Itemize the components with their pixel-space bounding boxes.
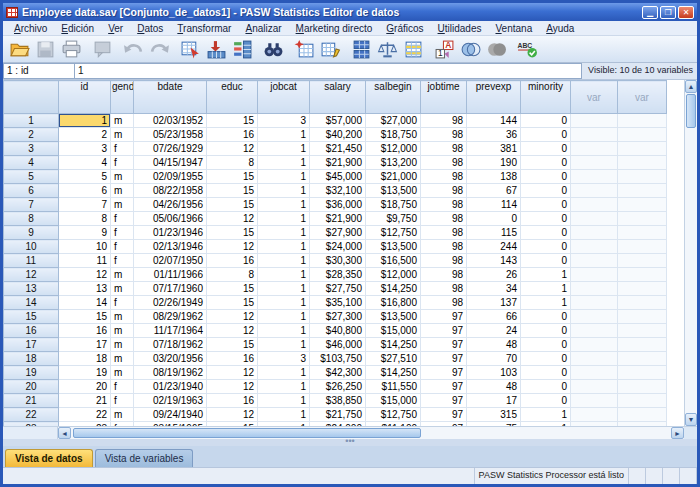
cell[interactable]: 97 xyxy=(421,380,467,394)
cell[interactable]: $46,000 xyxy=(310,338,366,352)
cell[interactable]: 98 xyxy=(421,142,467,156)
column-header-bdate[interactable]: bdate xyxy=(134,81,207,114)
cell[interactable] xyxy=(618,128,667,142)
cell[interactable]: $35,100 xyxy=(310,296,366,310)
weight-cases-icon[interactable] xyxy=(375,37,400,61)
cell[interactable]: 97 xyxy=(421,366,467,380)
cell[interactable]: f xyxy=(111,142,134,156)
menu-utilidades[interactable]: Utilidades xyxy=(431,23,489,34)
cell[interactable]: 1 xyxy=(258,156,310,170)
cell[interactable]: 1 xyxy=(521,268,571,282)
cell[interactable]: $36,000 xyxy=(310,198,366,212)
cell[interactable]: f xyxy=(111,296,134,310)
cell[interactable]: 01/11/1966 xyxy=(134,268,207,282)
cell[interactable]: 1 xyxy=(258,394,310,408)
cell[interactable]: $18,750 xyxy=(366,198,421,212)
cell[interactable] xyxy=(618,170,667,184)
cell[interactable]: 1 xyxy=(258,282,310,296)
cell[interactable]: $21,450 xyxy=(310,142,366,156)
cell[interactable]: 1 xyxy=(258,128,310,142)
cell[interactable]: $13,200 xyxy=(366,156,421,170)
cell[interactable]: $12,750 xyxy=(366,408,421,422)
maximize-button[interactable]: ❒ xyxy=(660,6,676,19)
cell[interactable]: 18 xyxy=(59,352,111,366)
row-header[interactable]: 1 xyxy=(4,114,59,128)
cell[interactable] xyxy=(618,156,667,170)
cell[interactable] xyxy=(618,114,667,128)
row-header[interactable]: 21 xyxy=(4,394,59,408)
cell[interactable] xyxy=(618,282,667,296)
column-header-var2[interactable]: var xyxy=(618,81,667,114)
cell[interactable]: 21 xyxy=(59,394,111,408)
cell[interactable]: 48 xyxy=(467,380,521,394)
cell[interactable]: 0 xyxy=(467,212,521,226)
cell[interactable]: 0 xyxy=(521,198,571,212)
cell[interactable] xyxy=(571,268,618,282)
cell[interactable]: 02/03/1952 xyxy=(134,114,207,128)
cell[interactable]: f xyxy=(111,240,134,254)
cell[interactable]: 3 xyxy=(258,114,310,128)
cell[interactable] xyxy=(618,380,667,394)
cell[interactable] xyxy=(618,212,667,226)
open-file-icon[interactable] xyxy=(7,37,32,61)
cell[interactable]: 1 xyxy=(258,226,310,240)
cell[interactable]: 97 xyxy=(421,408,467,422)
cell[interactable]: 4 xyxy=(59,156,111,170)
cell[interactable]: 04/15/1947 xyxy=(134,156,207,170)
row-header[interactable]: 2 xyxy=(4,128,59,142)
cell[interactable]: $103,750 xyxy=(310,352,366,366)
cell[interactable]: $9,750 xyxy=(366,212,421,226)
horizontal-scroll-thumb[interactable] xyxy=(73,428,421,438)
row-header[interactable]: 6 xyxy=(4,184,59,198)
horizontal-scroll-track[interactable] xyxy=(71,427,671,439)
cell[interactable]: 15 xyxy=(207,184,258,198)
scroll-right-button[interactable]: ► xyxy=(671,427,684,439)
cell[interactable]: 15 xyxy=(207,198,258,212)
cell[interactable]: f xyxy=(111,394,134,408)
column-header-prevexp[interactable]: prevexp xyxy=(467,81,521,114)
cell[interactable]: 1 xyxy=(258,324,310,338)
insert-cases-icon[interactable] xyxy=(292,37,317,61)
cell[interactable]: $12,000 xyxy=(366,268,421,282)
cell[interactable]: $42,300 xyxy=(310,366,366,380)
cell[interactable] xyxy=(618,142,667,156)
cell[interactable]: 17 xyxy=(59,338,111,352)
cell[interactable] xyxy=(571,366,618,380)
find-icon[interactable] xyxy=(261,37,286,61)
cell[interactable]: 14 xyxy=(59,296,111,310)
cell[interactable]: 16 xyxy=(207,394,258,408)
horizontal-scrollbar[interactable]: ◄ ► xyxy=(3,426,697,439)
cell[interactable]: 08/29/1962 xyxy=(134,310,207,324)
cell[interactable]: 98 xyxy=(421,268,467,282)
cell[interactable]: 67 xyxy=(467,184,521,198)
cell[interactable]: 0 xyxy=(521,212,571,226)
row-header[interactable]: 13 xyxy=(4,282,59,296)
cell[interactable]: $16,800 xyxy=(366,296,421,310)
column-header-var1[interactable]: var xyxy=(571,81,618,114)
cell[interactable]: 98 xyxy=(421,240,467,254)
cell[interactable]: $15,000 xyxy=(366,394,421,408)
menu-datos[interactable]: Datos xyxy=(130,23,170,34)
cell[interactable]: 26 xyxy=(467,268,521,282)
show-all-variables-icon[interactable] xyxy=(484,37,509,61)
cell[interactable]: 98 xyxy=(421,296,467,310)
cell[interactable]: 11 xyxy=(59,254,111,268)
cell[interactable]: 12 xyxy=(207,212,258,226)
close-button[interactable]: ✕ xyxy=(678,6,694,19)
use-variable-sets-icon[interactable] xyxy=(458,37,483,61)
menu-ventana[interactable]: Ventana xyxy=(488,23,539,34)
cell[interactable]: 6 xyxy=(59,184,111,198)
cell[interactable]: 0 xyxy=(521,380,571,394)
cell[interactable]: 103 xyxy=(467,366,521,380)
cell[interactable]: 12 xyxy=(207,310,258,324)
column-header-gender[interactable]: gender xyxy=(111,81,134,114)
cell[interactable] xyxy=(618,268,667,282)
cell[interactable]: 17 xyxy=(467,394,521,408)
cell[interactable]: 98 xyxy=(421,198,467,212)
cell[interactable]: 97 xyxy=(421,338,467,352)
cell[interactable]: 190 xyxy=(467,156,521,170)
row-header[interactable]: 18 xyxy=(4,352,59,366)
cell[interactable]: 66 xyxy=(467,310,521,324)
cell[interactable]: 1 xyxy=(258,380,310,394)
cell[interactable] xyxy=(571,254,618,268)
